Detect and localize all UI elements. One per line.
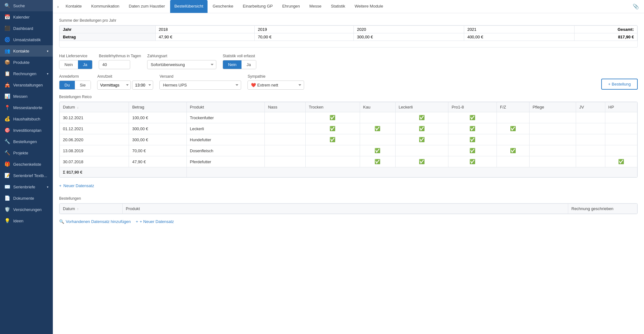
sidebar-label-geschenkeliste: Geschenkeliste (13, 162, 41, 167)
sidebar-item-ideen[interactable]: 💡 Ideen (0, 215, 53, 226)
anrufzeit-time-select[interactable]: 13:00 08:00 09:00 10:00 (132, 81, 153, 90)
statistik-nein-btn[interactable]: Nein (223, 60, 242, 69)
sidebar-item-suche[interactable]: 🔍 Suche (0, 0, 53, 11)
new-record-reico-button[interactable]: + Neuer Datensatz (59, 180, 94, 191)
summary-2020-betrag: 300,00 € (354, 33, 464, 41)
sidebar-item-messestandorte[interactable]: 📍 Messestandorte (0, 102, 53, 113)
anredeform-sie-btn[interactable]: Sie (75, 81, 91, 89)
bestellrhythmus-label: Bestellrhythmus in Tagen (99, 54, 141, 58)
sidebar-label-messestandorte: Messestandorte (13, 105, 42, 110)
sidebar-item-kontakte[interactable]: 👥 Kontakte ▾ (0, 45, 53, 57)
summary-2018-betrag: 47,90 € (155, 33, 254, 41)
nav-arrow-left[interactable]: › (55, 1, 61, 12)
th-leckerli[interactable]: Leckerli (395, 102, 448, 112)
summary-table: Jahr 2018 2019 2020 2021 Gesamt: Betrag … (59, 25, 637, 41)
clip-icon[interactable]: 📎 (630, 1, 641, 12)
th-kau[interactable]: Kau (360, 102, 395, 112)
cell-check-2: ✅ (360, 123, 395, 134)
th-produkt[interactable]: Produkt (186, 102, 265, 112)
cell-check-1 (306, 156, 360, 167)
anrufzeit-label: Anrufzeit (97, 74, 153, 79)
sidebar-item-geschenkeliste[interactable]: 🎁 Geschenkeliste (0, 159, 53, 170)
cell-check-0 (265, 145, 306, 156)
cell-check-8 (605, 123, 637, 134)
sidebar-label-serienbriefe: Serienbriefe (13, 185, 35, 189)
sidebar-item-investitionsplan[interactable]: 🎯 Investitionsplan (0, 125, 53, 136)
sidebar-item-serienbriefe[interactable]: ✉️ Serienbriefe ▾ (0, 181, 53, 192)
tab-ehrungen[interactable]: Ehrungen (278, 0, 304, 13)
sidebar-item-dashboard[interactable]: ⬛ Dashboard (0, 23, 53, 34)
sidebar-label-rechnungen: Rechnungen (13, 71, 36, 76)
checkmark-icon: ✅ (419, 115, 425, 120)
tab-kommunikation[interactable]: Kommunikation (87, 0, 124, 13)
tab-einarbeitung-gp[interactable]: Einarbeitung GP (238, 0, 277, 13)
th-pflege[interactable]: Pflege (529, 102, 576, 112)
tab-messe[interactable]: Messe (305, 0, 326, 13)
sidebar-item-haushaltsbuch[interactable]: 💰 Haushaltsbuch (0, 113, 53, 125)
anredeform-toggle: Du Sie (59, 81, 91, 90)
sidebar-item-dokumente[interactable]: 📄 Dokumente (0, 192, 53, 204)
new-record-bestellungen-button[interactable]: + + Neuer Datensatz (136, 219, 174, 224)
b-th-datum[interactable]: Datum ↑ (60, 204, 123, 214)
th-jv[interactable]: JV (576, 102, 605, 112)
b-th-produkt[interactable]: Produkt (123, 204, 568, 214)
zahlungsart-select[interactable]: Sofortüberweisung Rechnung Lastschrift (147, 60, 216, 69)
checkmark-icon: ✅ (330, 115, 336, 120)
cell-check-1: ✅ (306, 134, 360, 145)
total-empty (186, 167, 637, 177)
sympathie-select[interactable]: ❤️ Extrem nett 😊 Nett 😐 Neutral 😠 Schwie… (247, 81, 304, 90)
anredeform-du-btn[interactable]: Du (59, 81, 75, 89)
th-trocken[interactable]: Trocken (306, 102, 360, 112)
calendar-icon: 📅 (4, 14, 10, 20)
tab-statistik[interactable]: Statistik (326, 0, 350, 13)
sidebar-label-messen: Messen (13, 94, 28, 99)
b-th-rechnung[interactable]: Rechnung geschrieben (568, 204, 637, 214)
add-existing-button[interactable]: 🔍 Vorhandenen Datensatz hinzufügen (59, 219, 131, 224)
cell-check-6 (529, 156, 576, 167)
tab-bestelluebersicht[interactable]: Bestellübersicht (170, 0, 208, 13)
sidebar-item-kalender[interactable]: 📅 Kalender (0, 11, 53, 23)
cell-check-7 (576, 145, 605, 156)
versand-select[interactable]: Hermes UPS DHL DPD (159, 81, 241, 90)
th-nass[interactable]: Nass (265, 102, 306, 112)
tab-weitere-module[interactable]: Weitere Module (350, 0, 388, 13)
sidebar-item-veranstaltungen[interactable]: 🎪 Veranstaltungen (0, 79, 53, 91)
th-fz[interactable]: F/Z (497, 102, 530, 112)
tab-kontakte[interactable]: Kontakte (61, 0, 86, 13)
main-panel: › Kontakte Kommunikation Daten zum Haust… (53, 0, 644, 334)
gifts-icon: 🎁 (4, 161, 10, 167)
sidebar-item-projekte[interactable]: 🔨 Projekte (0, 147, 53, 159)
sidebar-item-serienbrief-textb[interactable]: 📝 Serienbrief Textb... (0, 170, 53, 181)
lieferservice-ja-btn[interactable]: Ja (78, 60, 92, 69)
checkmark-icon: ✅ (469, 115, 475, 120)
th-datum[interactable]: Datum ↓ (60, 102, 129, 112)
statistik-ja-btn[interactable]: Ja (242, 60, 256, 69)
table-row: 30.07.2018 47,90 € Pferdefutter ✅✅✅✅ (60, 156, 637, 167)
bestellrhythmus-input[interactable] (99, 60, 130, 69)
th-pro18[interactable]: Pro1-8 (448, 102, 497, 112)
th-betrag[interactable]: Betrag (129, 102, 186, 112)
summary-label-betrag: Betrag (60, 33, 156, 41)
sidebar-item-umsatzstatistik[interactable]: 🌀 Umsatzstatistik (0, 34, 53, 45)
cell-check-5: ✅ (497, 145, 530, 156)
cell-check-1: ✅ (306, 112, 360, 123)
sidebar: 🔍 Suche 📅 Kalender ⬛ Dashboard 🌀 Umsatzs… (0, 0, 53, 334)
sidebar-item-versicherungen[interactable]: 🛡️ Versicherungen (0, 204, 53, 215)
sidebar-item-produkte[interactable]: 📦 Produkte (0, 57, 53, 68)
lieferservice-nein-btn[interactable]: Nein (59, 60, 78, 69)
th-hp[interactable]: HP (605, 102, 637, 112)
sidebar-item-rechnungen[interactable]: 📋 Rechnungen ▾ (0, 68, 53, 79)
chevron-down-icon: ▾ (47, 49, 48, 53)
sidebar-item-messen[interactable]: 📊 Messen (0, 91, 53, 102)
tab-geschenke[interactable]: Geschenke (208, 0, 238, 13)
add-bestellung-button[interactable]: + Bestellung (601, 79, 638, 90)
cell-check-2: ✅ (360, 145, 395, 156)
checkmark-icon: ✅ (419, 159, 425, 164)
anrufzeit-period-select[interactable]: Vormittags Nachmittags Abends (97, 81, 131, 90)
checkmark-icon: ✅ (469, 148, 475, 153)
tab-daten-zum-haustier[interactable]: Daten zum Haustier (125, 0, 169, 13)
sidebar-item-bestellungen[interactable]: 🔧 Bestellungen (0, 136, 53, 147)
cell-datum: 20.06.2020 (60, 134, 129, 145)
table-row: 20.06.2020 300,00 € Hundefutter ✅✅✅ (60, 134, 637, 145)
chevron-down-icon-2: ▾ (47, 72, 48, 75)
